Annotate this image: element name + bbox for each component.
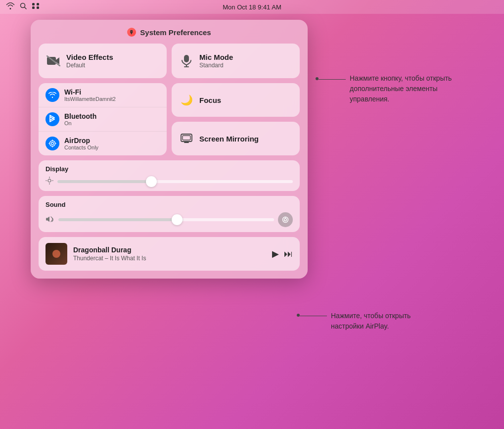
airdrop-sublabel: Contacts Only	[64, 144, 98, 150]
song-artist: Thundercat – It Is What It Is	[73, 255, 266, 262]
play-button[interactable]: ▶	[272, 248, 279, 259]
mic-mode-annotation: Нажмите кнопку, чтобы открыть дополнител…	[316, 73, 463, 104]
focus-icon: 🌙	[179, 92, 194, 108]
wifi-text: Wi-Fi ItsWillametteDamnit2	[64, 88, 116, 102]
airdrop-item[interactable]: AirDrop Contacts Only	[39, 131, 167, 155]
svg-rect-8	[184, 55, 189, 62]
control-center-panel: 🎙 System Preferences Video Effects Defau…	[31, 20, 308, 279]
mic-mode-text: Mic Mode Standard	[199, 53, 233, 69]
airplay-button[interactable]	[278, 212, 293, 227]
svg-point-11	[50, 141, 55, 146]
cc-title-text: System Preferences	[140, 28, 211, 37]
bluetooth-text: Bluetooth On	[64, 112, 96, 126]
video-effects-text: Video Effects Default	[66, 53, 113, 69]
cc-top-row: Video Effects Default Mic Mode Standard	[39, 44, 300, 78]
mic-mode-label: Mic Mode	[199, 53, 233, 61]
now-playing-section[interactable]: Dragonball Durag Thundercat – It Is What…	[39, 237, 300, 271]
svg-rect-6	[47, 57, 56, 65]
mic-mode-sublabel: Standard	[199, 62, 233, 69]
sound-slider-row	[46, 212, 293, 227]
svg-rect-4	[32, 6, 35, 9]
mic-mode-annotation-text: Нажмите кнопку, чтобы открыть дополнител…	[350, 73, 463, 104]
song-info: Dragonball Durag Thundercat – It Is What…	[73, 246, 266, 262]
svg-rect-5	[37, 6, 39, 9]
bluetooth-item[interactable]: Bluetooth On	[39, 107, 167, 131]
airdrop-text: AirDrop Contacts Only	[64, 137, 98, 150]
wifi-icon	[46, 88, 59, 102]
video-effects-icon	[46, 53, 61, 69]
menubar-left-icons	[0, 2, 40, 11]
svg-point-16	[48, 179, 51, 182]
screen-mirroring-icon	[179, 131, 194, 146]
menubar-datetime: Mon Oct 18 9:41 AM	[223, 3, 281, 11]
svg-point-22	[284, 219, 287, 221]
svg-rect-14	[183, 136, 190, 140]
song-title: Dragonball Durag	[73, 246, 266, 254]
wifi-menubar-icon[interactable]	[6, 2, 15, 11]
bluetooth-sublabel: On	[64, 120, 96, 126]
sound-label: Sound	[46, 201, 293, 208]
airdrop-label: AirDrop	[64, 137, 98, 144]
screen-mirroring-label: Screen Mirroring	[199, 135, 259, 143]
album-art	[46, 243, 67, 265]
search-menubar-icon[interactable]	[20, 2, 27, 11]
wifi-sublabel: ItsWillametteDamnit2	[64, 96, 116, 102]
cc-middle-row: Wi-Fi ItsWillametteDamnit2 Bluetooth On	[39, 83, 300, 155]
svg-line-1	[25, 7, 27, 9]
display-label: Display	[46, 165, 293, 173]
display-slider[interactable]	[57, 180, 293, 183]
mic-title-icon: 🎙	[127, 28, 136, 37]
menubar: Mon Oct 18 9:41 AM	[0, 0, 504, 14]
bluetooth-icon	[46, 112, 59, 126]
video-effects-sublabel: Default	[66, 62, 113, 69]
screen-mirroring-text: Screen Mirroring	[199, 135, 259, 143]
display-section: Display	[39, 160, 300, 191]
playback-controls: ▶ ⏭	[272, 248, 293, 259]
svg-rect-2	[32, 3, 35, 5]
control-center-menubar-icon[interactable]	[32, 2, 40, 11]
right-col: 🌙 Focus Screen Mirroring	[172, 83, 300, 155]
mic-mode-icon	[179, 53, 194, 69]
airdrop-icon	[46, 137, 59, 150]
mic-mode-tile[interactable]: Mic Mode Standard	[172, 44, 300, 78]
display-slider-row	[46, 177, 293, 186]
sound-section: Sound	[39, 196, 300, 232]
screen-mirroring-tile[interactable]: Screen Mirroring	[172, 122, 300, 155]
svg-rect-3	[37, 3, 39, 5]
cc-title: 🎙 System Preferences	[39, 28, 300, 37]
focus-text: Focus	[199, 96, 221, 104]
volume-icon	[46, 216, 54, 224]
airplay-annotation: Нажмите, чтобы открыть настройки AirPlay…	[297, 311, 445, 332]
video-effects-tile[interactable]: Video Effects Default	[39, 44, 167, 78]
airplay-annotation-text: Нажмите, чтобы открыть настройки AirPlay…	[331, 311, 445, 332]
focus-label: Focus	[199, 96, 221, 104]
svg-point-12	[51, 143, 54, 145]
wifi-label: Wi-Fi	[64, 88, 116, 96]
brightness-icon	[46, 177, 53, 186]
network-group: Wi-Fi ItsWillametteDamnit2 Bluetooth On	[39, 83, 167, 155]
sound-slider[interactable]	[58, 218, 274, 221]
skip-button[interactable]: ⏭	[284, 249, 293, 259]
datetime-label: Mon Oct 18 9:41 AM	[223, 3, 281, 11]
bluetooth-label: Bluetooth	[64, 112, 96, 120]
video-effects-label: Video Effects	[66, 53, 113, 61]
wifi-item[interactable]: Wi-Fi ItsWillametteDamnit2	[39, 83, 167, 107]
focus-tile[interactable]: 🌙 Focus	[172, 83, 300, 117]
